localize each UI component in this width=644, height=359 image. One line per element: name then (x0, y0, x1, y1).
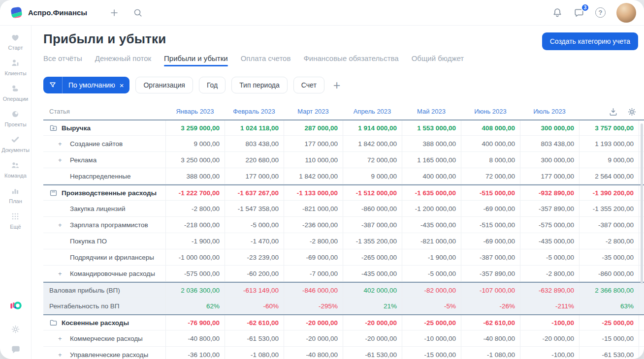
cell: 72 000,00 (461, 168, 520, 184)
user-avatar[interactable] (616, 3, 636, 23)
row-label-travel-costs[interactable]: +Командировочные расходы (43, 266, 165, 281)
sidebar-item-clients[interactable]: Клиенты (1, 58, 30, 76)
cell: -821 000,00 (402, 233, 461, 249)
sidebar-item-projects[interactable]: Проекты (1, 109, 30, 127)
settings-gear-icon[interactable] (10, 324, 21, 334)
expand-plus-icon[interactable]: + (58, 270, 66, 277)
support-chat-icon[interactable] (10, 344, 21, 355)
row-label-text: Косвенные расходы (62, 319, 129, 327)
tab-invoices[interactable]: Оплата счетов (241, 54, 291, 66)
row-label-text: Коммерческие расходы (70, 335, 143, 342)
row-label-ads[interactable]: +Реклама (43, 152, 165, 168)
table-row-license-purchase: Закупка лицензий-2 800,00-1 547 358,00-8… (43, 201, 644, 217)
report-tabs: Все отчётыДенежный потокПрибыли и убытки… (43, 54, 644, 66)
sidebar-item-label: Команда (4, 173, 27, 179)
topbar-right: 3 ? (552, 3, 636, 23)
row-label-admin-costs[interactable]: +Управленческие расходы (43, 347, 165, 359)
app-window: Аспро.Финансы 3 ? СтартКлиентыОперацииПр… (0, 0, 644, 359)
cell: 408 000,00 (461, 120, 520, 135)
cell: -20 000,00 (284, 330, 343, 346)
row-label-dev-salaries[interactable]: +Зарплата программистов (43, 217, 165, 233)
cell: -62 610,00 (225, 315, 284, 330)
tab-pnl[interactable]: Прибыли и убытки (164, 54, 228, 66)
messages-button[interactable]: 3 (574, 7, 584, 18)
row-label-commercial-costs[interactable]: +Коммерческие расходы (43, 330, 165, 346)
cell: -10 000,00 (402, 330, 461, 346)
sidebar-item-team[interactable]: Команда (1, 160, 30, 179)
expand-plus-icon[interactable]: + (58, 156, 66, 164)
cell: -2 800,00 (284, 233, 343, 249)
filter-chip-year[interactable]: Год (199, 77, 225, 93)
table-row-unallocated: Нераспределенные388 000,00177 000,001 84… (43, 168, 644, 184)
month-header: Апрель 2023 (343, 103, 402, 120)
product-color-icon[interactable] (8, 299, 23, 314)
team-icon (10, 160, 20, 170)
tab-cash-flow[interactable]: Денежный поток (95, 54, 151, 66)
cell: -107 000,00 (461, 283, 520, 298)
sidebar-item-plan[interactable]: План (1, 186, 30, 204)
cell: 2 366 800,00 (579, 283, 639, 298)
sidebar-item-operations[interactable]: Операции (1, 84, 30, 102)
cell: 400 000,00 (402, 168, 461, 184)
cell: 3 259 000,00 (165, 120, 225, 135)
cell: -69 000,00 (461, 233, 520, 249)
cell: -575 000,00 (520, 217, 579, 233)
add-filter-icon[interactable]: + (333, 79, 341, 91)
filter-chip-account[interactable]: Счет (293, 77, 324, 93)
cell: -5 000,00 (402, 266, 461, 281)
tab-budget[interactable]: Общий бюджет (412, 54, 464, 66)
cell: -2 800,00 (579, 233, 639, 249)
cell: 400 000,00 (461, 136, 520, 151)
cell: -61 530,00 (579, 347, 639, 359)
cell: -2 800,00 (520, 266, 579, 281)
row-label-text: Командировочные расходы (70, 270, 155, 277)
cell: -100,00 (520, 347, 579, 359)
remove-filter-icon[interactable]: × (120, 81, 124, 90)
cell: 220 680,00 (225, 152, 284, 168)
expand-plus-icon[interactable]: + (58, 351, 66, 359)
cell: 110 000,00 (284, 152, 343, 168)
download-icon[interactable] (608, 106, 618, 117)
cell: 62% (165, 298, 225, 314)
month-header: Май 2023 (402, 103, 461, 120)
tab-all-reports[interactable]: Все отчёты (43, 54, 82, 66)
expand-plus-icon[interactable]: + (58, 335, 66, 342)
table-header-row: СтатьяЯнварь 2023Февраль 2023Март 2023Ап… (43, 103, 644, 120)
expand-plus-icon[interactable]: + (58, 221, 66, 229)
tab-liabilities[interactable]: Финансовые обязательства (303, 54, 398, 66)
cell: -387 000,00 (343, 217, 402, 233)
row-label-site-creation[interactable]: +Создание сайтов (43, 136, 165, 151)
sidebar-item-more[interactable]: Ещё (1, 211, 30, 230)
brand: Аспро.Финансы (10, 6, 87, 19)
funnel-icon (43, 77, 62, 93)
row-label-text: Производственные расходы (62, 189, 157, 197)
help-icon[interactable]: ? (595, 7, 606, 18)
applied-filter-chip[interactable]: По умолчанию × (43, 77, 129, 93)
table-settings-gear-icon[interactable] (626, 106, 637, 117)
cell: -20 000,00 (520, 330, 579, 346)
notifications-bell-icon[interactable] (552, 7, 563, 18)
sidebar-item-start[interactable]: Старт (1, 32, 30, 51)
cell: -25 000,00 (579, 315, 639, 330)
filter-chip-period-type[interactable]: Тип периода (231, 77, 288, 93)
create-category-button[interactable]: Создать категорию учета (542, 32, 638, 50)
cell: -5 000,00 (520, 249, 579, 265)
filter-chip-organization[interactable]: Организация (135, 77, 193, 93)
row-label-indirect-costs[interactable]: Косвенные расходы (43, 315, 165, 330)
cell: -20 000,00 (284, 315, 343, 330)
cell: -1 390 200,00 (579, 185, 639, 200)
table-row-commercial-costs: +Коммерческие расходы-40 800,00-61 530,0… (43, 330, 644, 347)
cell: -515 000,00 (461, 185, 520, 200)
row-label-text: Валовая прибыль (ВП) (49, 287, 120, 294)
cell: -1 900,00 (402, 249, 461, 265)
cell: 287 000,00 (284, 120, 343, 135)
sidebar-item-documents[interactable]: Документы (1, 135, 30, 153)
row-label-revenue[interactable]: Выручка (43, 120, 165, 135)
cell: 300 000,00 (520, 120, 579, 135)
table-row-dev-salaries: +Зарплата программистов-218 000,00-5 000… (43, 217, 644, 233)
vertical-scrollbar[interactable] (641, 123, 643, 284)
expand-plus-icon[interactable]: + (58, 140, 66, 148)
search-icon[interactable] (132, 7, 143, 18)
row-label-production-costs[interactable]: Производственные расходы (43, 185, 165, 200)
create-icon[interactable] (109, 7, 120, 18)
